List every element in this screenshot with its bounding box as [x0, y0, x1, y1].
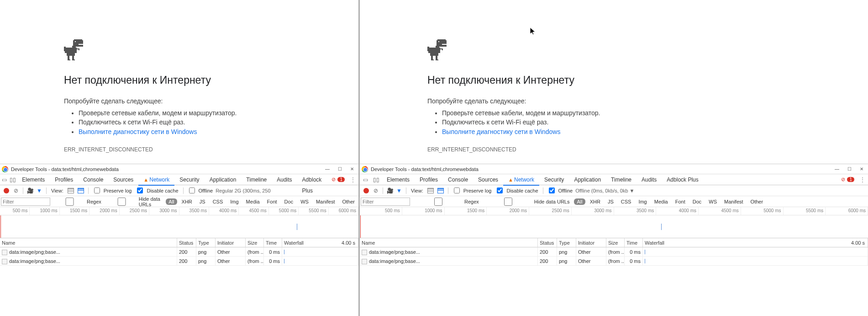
table-row[interactable]: data:image/png;base... 200pngOther(from … — [0, 247, 358, 257]
hide-urls-checkbox[interactable] — [106, 198, 137, 206]
timeline-axis[interactable]: 500 ms1000 ms1500 ms2000 ms2500 ms3000 m… — [360, 207, 868, 215]
preserve-log-label[interactable]: Preserve log — [463, 188, 492, 193]
filter-js[interactable]: JS — [605, 198, 616, 205]
filter-ws[interactable]: WS — [298, 198, 311, 205]
filter-doc[interactable]: Doc — [690, 198, 705, 205]
minimize-button[interactable]: — — [835, 166, 839, 171]
filter-img[interactable]: Img — [636, 198, 649, 205]
col-waterfall[interactable]: Waterfall4.00 s — [282, 238, 358, 247]
more-icon[interactable]: ⋮ — [857, 177, 868, 183]
preserve-log-checkbox[interactable] — [94, 187, 100, 193]
waterfall-overview[interactable] — [0, 215, 358, 238]
col-type[interactable]: Type — [196, 238, 216, 247]
devtools-titlebar[interactable]: Developer Tools - data:text/html,chromew… — [0, 164, 358, 174]
tab-timeline[interactable]: Timeline — [241, 174, 272, 185]
hide-urls-checkbox[interactable] — [484, 198, 533, 206]
filter-img[interactable]: Img — [227, 198, 241, 205]
throttling-select[interactable]: Regular 2G (300ms, 250 — [216, 188, 270, 193]
col-time[interactable]: Time — [264, 238, 282, 247]
col-type[interactable]: Type — [557, 238, 576, 247]
offline-label[interactable]: Offline — [199, 188, 213, 193]
tab-elements[interactable]: Elements — [17, 174, 50, 185]
col-initiator[interactable]: Initiator — [576, 238, 606, 247]
device-mode-icon[interactable]: ▯▯ — [371, 174, 382, 185]
filter-media[interactable]: Media — [243, 198, 263, 205]
filter-manifest[interactable]: Manifest — [721, 198, 746, 205]
col-size[interactable]: Size — [606, 238, 625, 247]
regex-checkbox[interactable] — [54, 198, 85, 206]
offline-checkbox[interactable] — [189, 187, 195, 193]
tab-audits[interactable]: Audits — [272, 174, 297, 185]
col-name[interactable]: Name — [0, 238, 177, 247]
close-button[interactable]: ✕ — [350, 166, 354, 171]
regex-label[interactable]: Regex — [87, 199, 101, 204]
col-size[interactable]: Size — [246, 238, 264, 247]
tab-timeline[interactable]: Timeline — [606, 174, 637, 185]
network-table-header[interactable]: Name Status Type Initiator Size Time Wat… — [360, 238, 868, 247]
tab-audits[interactable]: Audits — [637, 174, 662, 185]
preserve-log-label[interactable]: Preserve log — [104, 188, 132, 193]
col-name[interactable]: Name — [360, 238, 538, 247]
capture-icon[interactable]: 🎥 — [26, 187, 34, 194]
diagnostics-link[interactable]: Выполните диагностику сети в Windows — [442, 128, 560, 135]
filter-doc[interactable]: Doc — [282, 198, 296, 205]
small-rows-icon[interactable] — [437, 188, 444, 193]
filter-media[interactable]: Media — [652, 198, 671, 205]
col-time[interactable]: Time — [625, 238, 643, 247]
filter-all[interactable]: All — [574, 198, 585, 205]
inspect-icon[interactable]: ▭ — [0, 174, 9, 185]
maximize-button[interactable]: ☐ — [338, 166, 342, 171]
col-waterfall[interactable]: Waterfall4.00 s — [643, 238, 868, 247]
capture-icon[interactable]: 🎥 — [386, 187, 394, 194]
tab-console[interactable]: Console — [78, 174, 108, 185]
throttling-select[interactable]: Offline (0ms, 0kb/s, 0kb ▼ — [575, 188, 634, 193]
offline-checkbox[interactable] — [549, 187, 555, 193]
error-icon[interactable]: ⊘ — [841, 177, 845, 182]
filter-xhr[interactable]: XHR — [179, 198, 195, 205]
filter-font[interactable]: Font — [264, 198, 280, 205]
error-count[interactable]: 1 — [847, 177, 854, 182]
disable-cache-label[interactable]: Disable cache — [147, 188, 178, 193]
filter-manifest[interactable]: Manifest — [313, 198, 338, 205]
waterfall-overview[interactable] — [360, 215, 868, 238]
error-count[interactable]: 1 — [337, 177, 345, 182]
hide-urls-label[interactable]: Hide data URLs — [534, 199, 570, 204]
filter-ws[interactable]: WS — [706, 198, 720, 205]
col-status[interactable]: Status — [538, 238, 557, 247]
hide-urls-label[interactable]: Hide data URLs — [139, 196, 162, 207]
device-mode-icon[interactable]: ▯▯ — [9, 174, 17, 185]
tab-application[interactable]: Application — [569, 174, 606, 185]
tab-sources[interactable]: Sources — [473, 174, 503, 185]
filter-xhr[interactable]: XHR — [587, 198, 603, 205]
disable-cache-checkbox[interactable] — [137, 187, 143, 193]
network-table-header[interactable]: Name Status Type Initiator Size Time Wat… — [0, 238, 358, 247]
disable-cache-checkbox[interactable] — [497, 187, 503, 193]
offline-label[interactable]: Offline — [558, 188, 573, 193]
col-initiator[interactable]: Initiator — [216, 238, 246, 247]
filter-icon[interactable]: ▼ — [35, 187, 43, 194]
filter-css[interactable]: CSS — [618, 198, 634, 205]
tab-sources[interactable]: Sources — [108, 174, 138, 185]
clear-icon[interactable]: ⊘ — [372, 187, 380, 194]
record-button[interactable] — [4, 188, 9, 193]
tab-elements[interactable]: Elements — [382, 174, 415, 185]
disable-cache-label[interactable]: Disable cache — [506, 188, 538, 193]
close-button[interactable]: ✕ — [860, 166, 863, 171]
clear-icon[interactable]: ⊘ — [12, 187, 20, 194]
preserve-log-checkbox[interactable] — [454, 187, 460, 193]
filter-input[interactable] — [361, 198, 410, 206]
tab-security[interactable]: Security — [174, 174, 204, 185]
tab-profiles[interactable]: Profiles — [50, 174, 78, 185]
filter-css[interactable]: CSS — [210, 198, 226, 205]
regex-label[interactable]: Regex — [464, 199, 479, 204]
small-rows-icon[interactable] — [78, 188, 84, 193]
table-row[interactable]: data:image/png;base... 200pngOther(from … — [360, 257, 868, 266]
filter-js[interactable]: JS — [197, 198, 208, 205]
timeline-axis[interactable]: 500 ms1000 ms1500 ms2000 ms2500 ms3000 m… — [0, 207, 358, 215]
table-row[interactable]: data:image/png;base... 200pngOther(from … — [0, 257, 358, 266]
tab-security[interactable]: Security — [539, 174, 569, 185]
filter-other[interactable]: Other — [339, 198, 358, 205]
filter-other[interactable]: Other — [748, 198, 766, 205]
filter-all[interactable]: All — [166, 198, 177, 205]
tab-adblock[interactable]: Adblock Plus — [297, 174, 332, 185]
